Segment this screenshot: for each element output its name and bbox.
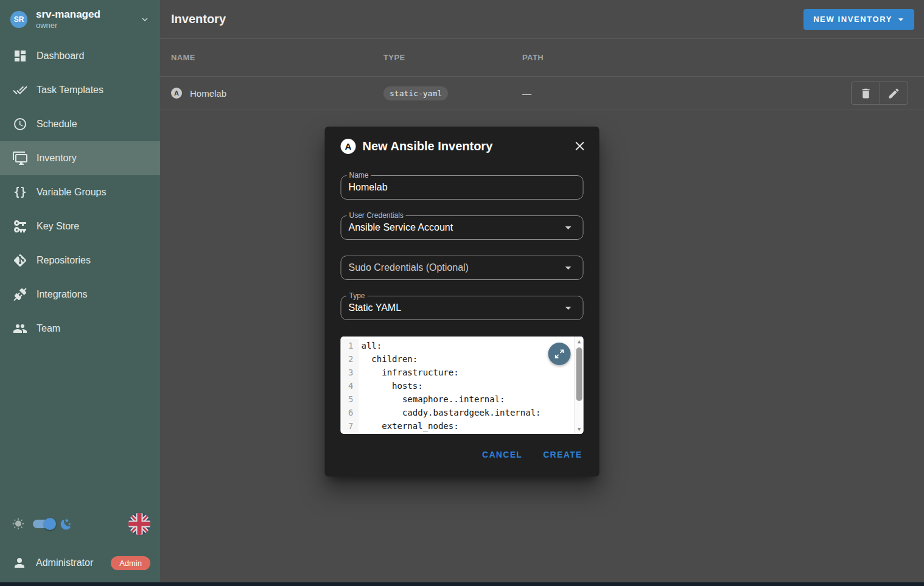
table-body: A Homelab static-yaml — (160, 77, 924, 110)
editor-line: 3 infrastructure: (341, 366, 584, 379)
editor-line: 4 hosts: (341, 379, 584, 392)
line-code: infrastructure: (359, 366, 459, 379)
menu-down-icon (561, 301, 576, 315)
line-number: 6 (341, 406, 359, 419)
line-number: 2 (341, 352, 359, 366)
menu-down-icon (561, 260, 576, 275)
page-header: Inventory NEW INVENTORY (160, 0, 924, 39)
arrow-expand-icon (554, 348, 565, 360)
check-all-icon (13, 83, 27, 97)
close-button[interactable] (572, 138, 589, 155)
inventory-name: Homelab (190, 88, 226, 99)
expand-editor-button[interactable] (548, 343, 571, 365)
editor-line: 1 all: (341, 339, 584, 352)
edit-button[interactable] (880, 82, 908, 104)
line-number: 1 (341, 339, 359, 352)
project-role: owner (36, 21, 139, 30)
uk-flag-icon (128, 513, 150, 535)
scroll-down-icon[interactable]: ▼ (575, 425, 584, 433)
sun-icon (12, 518, 24, 530)
sidebar-item[interactable]: Inventory (0, 141, 160, 175)
sidebar-item[interactable]: Schedule (0, 107, 160, 141)
editor-line: 2 children: (341, 352, 584, 366)
scrollbar-thumb[interactable] (576, 347, 583, 401)
monitor-icon (13, 151, 27, 166)
sidebar-item[interactable]: Dashboard (0, 39, 160, 73)
dashboard-icon (13, 49, 27, 63)
sudo-credentials-placeholder: Sudo Credentials (Optional) (349, 262, 561, 273)
ansible-logo-icon: A (171, 88, 182, 99)
delete-button[interactable] (852, 82, 880, 104)
dialog-header: A New Ansible Inventory (325, 127, 600, 163)
team-icon (13, 321, 27, 336)
theme-row (0, 511, 160, 537)
app-root: SR srv-managed owner Dashboard Task Temp… (0, 0, 924, 586)
editor-scrollbar[interactable]: ▲ ▼ (575, 337, 584, 434)
close-icon (573, 139, 587, 153)
create-button[interactable]: CREATE (536, 445, 589, 464)
scroll-up-icon[interactable]: ▲ (575, 338, 584, 345)
project-name: srv-managed (36, 9, 139, 21)
window-bottom-edge (0, 582, 924, 586)
yaml-editor[interactable]: 1 all: 2 children: 3 infrastructure: (341, 337, 584, 434)
sidebar-item-label: Repositories (37, 255, 91, 266)
table-row: A Homelab static-yaml — (160, 77, 924, 110)
project-selector[interactable]: SR srv-managed owner (0, 0, 160, 39)
new-inventory-button[interactable]: NEW INVENTORY (803, 9, 914, 30)
name-field[interactable]: Name (341, 175, 584, 200)
delete-icon (859, 87, 872, 100)
admin-badge: Admin (111, 556, 150, 570)
theme-toggle-knob (44, 518, 56, 530)
user-name: Administrator (36, 557, 93, 568)
account-icon (12, 556, 27, 570)
row-actions (851, 82, 908, 105)
line-code: external_nodes: (359, 419, 459, 433)
line-number: 4 (341, 379, 359, 392)
sidebar-item[interactable]: Team (0, 312, 160, 346)
user-row[interactable]: Administrator Admin (0, 548, 160, 577)
type-value: Static YAML (349, 302, 561, 313)
sidebar-item[interactable]: Task Templates (0, 73, 160, 107)
cancel-button[interactable]: CANCEL (475, 445, 530, 464)
project-meta: srv-managed owner (36, 9, 139, 30)
sidebar-item-label: Schedule (37, 119, 77, 130)
sidebar-item-label: Team (37, 323, 60, 334)
type-label: Type (347, 291, 368, 300)
new-inventory-dialog: A New Ansible Inventory Name User Creden… (325, 127, 600, 476)
line-code: caddy.bastardgeek.internal: (359, 406, 541, 419)
sudo-credentials-select[interactable]: Sudo Credentials (Optional) (341, 256, 584, 280)
name-input[interactable] (349, 182, 576, 193)
chevron-down-icon (895, 13, 907, 26)
name-field-label: Name (347, 171, 371, 180)
line-number: 3 (341, 366, 359, 379)
type-select[interactable]: Type Static YAML (341, 296, 584, 320)
sidebar-item-label: Inventory (37, 153, 77, 164)
sidebar-menu: Dashboard Task Templates Schedule Invent… (0, 39, 160, 346)
sidebar-item[interactable]: Key Store (0, 209, 160, 243)
ansible-logo-icon: A (341, 139, 356, 154)
clock-icon (13, 117, 27, 131)
sidebar-item[interactable]: Repositories (0, 243, 160, 277)
language-flag-uk[interactable] (128, 513, 150, 535)
user-credentials-label: User Credentials (347, 211, 406, 220)
column-type: TYPE (383, 53, 522, 62)
dialog-actions: CANCEL CREATE (325, 434, 600, 470)
sidebar-item-label: Task Templates (37, 85, 103, 96)
dialog-title: New Ansible Inventory (363, 139, 572, 153)
line-code: hosts: (359, 379, 423, 392)
keys-icon (13, 219, 27, 234)
editor-line: 6 caddy.bastardgeek.internal: (341, 406, 584, 419)
editor-lines: 1 all: 2 children: 3 infrastructure: (341, 337, 584, 433)
sidebar-item[interactable]: Variable Groups (0, 175, 160, 209)
user-credentials-select[interactable]: User Credentials Ansible Service Account (341, 215, 584, 240)
sidebar-item-label: Dashboard (37, 51, 84, 61)
theme-toggle[interactable] (33, 520, 55, 528)
line-code: children: (359, 352, 418, 366)
editor-line: 5 semaphore..internal: (341, 392, 584, 406)
git-icon (13, 253, 27, 268)
line-code: semaphore..internal: (359, 392, 505, 406)
sidebar-item[interactable]: Integrations (0, 277, 160, 312)
sidebar: SR srv-managed owner Dashboard Task Temp… (0, 0, 160, 586)
user-credentials-value: Ansible Service Account (349, 222, 561, 233)
column-path: PATH (522, 53, 794, 62)
